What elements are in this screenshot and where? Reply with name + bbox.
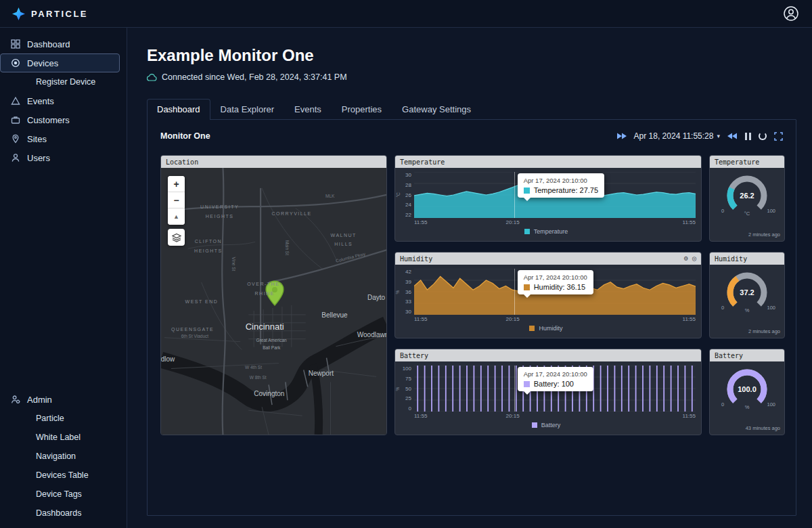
sidebar-item-dashboard[interactable]: Dashboard	[0, 35, 127, 53]
chart-body: % 4239363330 Apr 17, 2024 20:10:00 Humid…	[395, 265, 701, 338]
tab-events[interactable]: Events	[284, 99, 332, 120]
tooltip-value: Humidity: 36.15	[534, 283, 585, 291]
widget-title: Battery	[400, 352, 428, 359]
map-label: HILLS	[334, 242, 353, 246]
sidebar-item-users[interactable]: Users	[0, 148, 127, 167]
widget-header[interactable]: Temperature	[710, 156, 784, 168]
widgets-grid: Location	[160, 155, 783, 435]
dashboard-panel: Monitor One Apr 18, 2024 11:55:28 ▾	[147, 119, 796, 516]
battery-gauge-widget: Battery 100.0 0 100 % 43 minutes ago	[709, 349, 785, 435]
tooltip-time: Apr 17, 2024 20:10:00	[524, 370, 587, 378]
map-label: WALNUT	[331, 232, 357, 237]
gauge-min: 0	[721, 208, 724, 214]
tooltip-swatch	[524, 188, 530, 194]
tab-data-explorer[interactable]: Data Explorer	[210, 99, 284, 120]
map-label: Woodlawn	[357, 331, 386, 338]
sidebar-item-events[interactable]: Events	[0, 91, 127, 110]
map-canvas[interactable]: UNIVERSITYHEIGHTSCORRYVILLEWALNUTHILLSCL…	[161, 168, 386, 435]
map-label: QUEENSGATE	[171, 327, 214, 332]
zoom-out-button[interactable]: −	[168, 192, 185, 208]
widget-title: Location	[166, 158, 198, 166]
map-label: Dayto	[367, 294, 385, 301]
connected-text: Connected since Wed, Feb 28, 2024, 3:37:…	[162, 72, 347, 82]
legend-label: Humidity	[539, 325, 562, 332]
x-tick: 20:15	[506, 316, 520, 322]
sidebar-item-navigation[interactable]: Navigation	[0, 447, 127, 466]
sidebar-item-dashboards[interactable]: Dashboards	[0, 504, 127, 523]
legend[interactable]: Humidity	[397, 323, 696, 333]
gauge-updated: 2 minutes ago	[748, 328, 780, 334]
widget-title: Humidity	[400, 255, 432, 263]
page-title: Example Monitor One	[147, 46, 796, 65]
widget-header[interactable]: Battery	[710, 349, 784, 361]
zoom-in-button[interactable]: +	[168, 176, 185, 192]
map-labels: UNIVERSITYHEIGHTSCORRYVILLEWALNUTHILLSCL…	[161, 168, 386, 435]
gauge-min: 0	[721, 305, 724, 311]
compass-button[interactable]: ▲	[168, 208, 185, 225]
sidebar-item-particle[interactable]: Particle	[0, 409, 127, 428]
sidebar-item-devices[interactable]: Devices	[0, 53, 120, 72]
layers-button[interactable]	[168, 229, 185, 246]
plot-area[interactable]: Apr 17, 2024 20:10:00 Humidity: 36.15	[414, 269, 696, 315]
pause-button[interactable]	[745, 133, 751, 140]
particle-logo[interactable]: PARTICLE	[12, 7, 88, 20]
user-avatar[interactable]	[782, 5, 800, 22]
x-tick: 11:55	[414, 413, 427, 419]
widget-title: Temperature	[715, 158, 759, 166]
map-label: Cincinnati	[246, 322, 284, 332]
tooltip-time: Apr 17, 2024 20:10:00	[524, 273, 587, 281]
map-label: Main St	[285, 240, 290, 255]
sidebar-item-white-label[interactable]: White Label	[0, 428, 127, 447]
widget-title: Temperature	[400, 158, 445, 166]
sidebar-item-sites[interactable]: Sites	[0, 129, 127, 148]
tab-gateway-settings[interactable]: Gateway Settings	[392, 99, 481, 120]
tooltip: Apr 17, 2024 20:10:00 Battery: 100	[518, 367, 593, 391]
widget-header[interactable]: Humidity ⚙ ◎	[395, 252, 701, 265]
connection-status: Connected since Wed, Feb 28, 2024, 3:37:…	[147, 72, 796, 82]
humidity-gauge-widget: Humidity 37.2 0 100 % 2 minutes ago	[709, 252, 785, 338]
sidebar-item-device-tags[interactable]: Device Tags	[0, 485, 127, 504]
legend[interactable]: Battery	[397, 420, 696, 430]
refresh-spinner-icon[interactable]	[759, 132, 767, 140]
sidebar-item-label: Sites	[27, 134, 47, 144]
sidebar-item-register-device[interactable]: Register Device	[0, 72, 127, 91]
skip-forward-button[interactable]	[727, 133, 738, 139]
legend[interactable]: Temperature	[397, 226, 696, 236]
sidebar-item-label: Devices	[27, 58, 58, 68]
widget-header[interactable]: Battery	[395, 349, 701, 361]
widget-header[interactable]: Temperature	[395, 156, 701, 168]
x-tick: 11:55	[683, 413, 696, 419]
svg-text:26.2: 26.2	[740, 192, 754, 200]
sidebar-item-devices-table[interactable]: Devices Table	[0, 466, 127, 485]
y-axis-unit: %	[395, 387, 400, 391]
tab-dashboard[interactable]: Dashboard	[147, 99, 210, 120]
gauge-unit: °C	[744, 211, 750, 217]
sidebar-item-admin[interactable]: Admin	[0, 390, 127, 409]
sidebar: Dashboard Devices Register Device Events…	[0, 28, 127, 528]
chevron-down-icon: ▾	[717, 133, 720, 139]
map-label: 6th St Viaduct	[181, 334, 208, 338]
gauge-body: 100.0 0 100 % 43 minutes ago	[710, 361, 784, 435]
visibility-icon[interactable]: ◎	[692, 255, 696, 262]
tab-properties[interactable]: Properties	[332, 99, 392, 120]
legend-swatch	[524, 229, 530, 234]
widget-header[interactable]: Location	[161, 156, 386, 168]
skip-back-button[interactable]	[616, 133, 627, 139]
map-label: RHINE	[255, 291, 275, 296]
sidebar-item-customers[interactable]: Customers	[0, 110, 127, 129]
plot-area[interactable]: Apr 17, 2024 20:10:00 Battery: 100	[414, 366, 696, 412]
x-axis: 11:55 20:15 11:55	[414, 315, 696, 323]
legend-swatch	[532, 422, 537, 428]
plot-area[interactable]: Apr 17, 2024 20:10:00 Temperature: 27.75	[414, 172, 696, 218]
tooltip-value: Temperature: 27.75	[534, 186, 598, 194]
gauge-min: 0	[721, 401, 724, 408]
admin-icon	[10, 395, 20, 405]
fullscreen-button[interactable]	[774, 132, 783, 141]
map-label: CLIFTON	[195, 239, 222, 244]
date-picker[interactable]: Apr 18, 2024 11:55:28 ▾	[634, 131, 720, 141]
main-content: Example Monitor One Connected since Wed,…	[127, 28, 812, 516]
map-label: dlow	[161, 355, 175, 362]
gear-icon[interactable]: ⚙	[684, 255, 688, 262]
target-icon	[10, 58, 20, 68]
widget-header[interactable]: Humidity	[710, 252, 784, 265]
